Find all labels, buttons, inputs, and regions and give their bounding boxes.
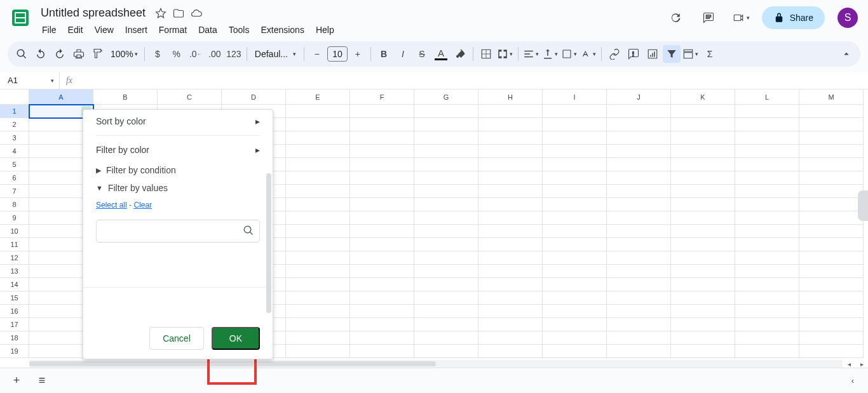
cell[interactable] [607, 171, 671, 185]
add-sheet-icon[interactable]: + [8, 372, 25, 390]
cell[interactable] [414, 105, 478, 118]
cell[interactable] [478, 225, 543, 238]
col-header-d[interactable]: D [222, 90, 286, 105]
cell[interactable] [414, 318, 478, 331]
cell[interactable] [414, 118, 478, 131]
cell[interactable] [607, 105, 671, 118]
cell[interactable] [286, 251, 350, 265]
cell[interactable] [414, 291, 478, 305]
menu-edit[interactable]: Edit [63, 22, 88, 37]
cell[interactable] [735, 131, 799, 145]
cell[interactable] [671, 105, 735, 118]
cell[interactable] [543, 185, 607, 198]
horizontal-scrollbar[interactable] [29, 360, 843, 368]
cell[interactable] [671, 145, 735, 158]
cell[interactable] [478, 331, 543, 345]
row-header[interactable]: 14 [0, 278, 29, 291]
meet-button[interactable]: ▾ [729, 5, 754, 30]
menu-format[interactable]: Format [154, 22, 192, 37]
col-header-m[interactable]: M [799, 90, 864, 105]
cell[interactable] [286, 118, 350, 131]
cell[interactable] [607, 185, 671, 198]
row-header[interactable]: 9 [0, 211, 29, 225]
cell[interactable] [735, 171, 799, 185]
cell[interactable] [350, 185, 414, 198]
font-family-select[interactable]: Defaul...▾ [251, 49, 300, 59]
cell[interactable] [286, 198, 350, 211]
row-header[interactable]: 8 [0, 198, 29, 211]
select-all-link[interactable]: Select all [96, 201, 127, 210]
row-header[interactable]: 17 [0, 318, 29, 331]
cell[interactable] [286, 171, 350, 185]
cell[interactable] [543, 291, 607, 305]
cell[interactable] [414, 238, 478, 251]
cell[interactable] [286, 225, 350, 238]
cell[interactable] [671, 265, 735, 278]
cell[interactable] [350, 305, 414, 318]
cell[interactable] [799, 331, 864, 345]
cell[interactable] [735, 185, 799, 198]
cell[interactable] [607, 318, 671, 331]
cell[interactable] [671, 211, 735, 225]
cell[interactable] [478, 198, 543, 211]
col-header-j[interactable]: J [607, 90, 671, 105]
cell[interactable] [543, 145, 607, 158]
cell[interactable] [607, 238, 671, 251]
cell[interactable] [286, 331, 350, 345]
col-header-k[interactable]: K [671, 90, 735, 105]
row-header[interactable]: 12 [0, 251, 29, 265]
cell[interactable] [671, 291, 735, 305]
text-wrap-icon[interactable]: ▾ [560, 45, 578, 63]
percent-icon[interactable]: % [168, 45, 186, 63]
filter-icon[interactable] [663, 45, 681, 63]
cell[interactable] [735, 278, 799, 291]
cell[interactable] [543, 238, 607, 251]
cell[interactable] [607, 345, 671, 358]
row-header[interactable]: 18 [0, 331, 29, 345]
cell[interactable] [414, 225, 478, 238]
increase-decimal-icon[interactable]: .00 [206, 45, 224, 63]
row-header[interactable]: 3 [0, 131, 29, 145]
bold-icon[interactable]: B [375, 45, 393, 63]
row-header[interactable]: 19 [0, 345, 29, 358]
menu-help[interactable]: Help [311, 22, 339, 37]
cancel-button[interactable]: Cancel [149, 327, 204, 350]
filter-views-icon[interactable]: ▾ [682, 45, 700, 63]
cell[interactable] [414, 331, 478, 345]
cell[interactable] [543, 158, 607, 171]
cell[interactable] [286, 345, 350, 358]
redo-icon[interactable] [51, 45, 69, 63]
cell[interactable] [671, 305, 735, 318]
comments-icon[interactable] [696, 5, 721, 30]
cell[interactable] [286, 131, 350, 145]
cell[interactable] [607, 211, 671, 225]
cell[interactable] [735, 251, 799, 265]
cell[interactable] [478, 345, 543, 358]
menu-tools[interactable]: Tools [224, 22, 255, 37]
popup-scrollbar[interactable] [266, 173, 271, 327]
cell[interactable] [286, 238, 350, 251]
row-header[interactable]: 6 [0, 171, 29, 185]
cell[interactable] [350, 105, 414, 118]
cell[interactable] [478, 238, 543, 251]
cell[interactable] [350, 211, 414, 225]
history-icon[interactable] [663, 5, 688, 30]
cell[interactable] [607, 198, 671, 211]
cell[interactable] [543, 278, 607, 291]
cell[interactable] [607, 145, 671, 158]
cell[interactable] [607, 265, 671, 278]
cloud-status-icon[interactable] [190, 7, 203, 20]
cell[interactable] [414, 278, 478, 291]
cell[interactable] [799, 318, 864, 331]
paint-format-icon[interactable] [89, 45, 107, 63]
cell[interactable] [735, 331, 799, 345]
cell[interactable] [543, 265, 607, 278]
filter-search-box[interactable] [96, 220, 260, 243]
cell[interactable] [607, 305, 671, 318]
doc-title[interactable]: Untitled spreadsheet [37, 5, 149, 21]
cell[interactable] [414, 185, 478, 198]
sort-by-color[interactable]: Sort by color ▸ [83, 110, 273, 133]
cell[interactable] [414, 345, 478, 358]
menu-view[interactable]: View [90, 22, 119, 37]
cell[interactable] [543, 105, 607, 118]
